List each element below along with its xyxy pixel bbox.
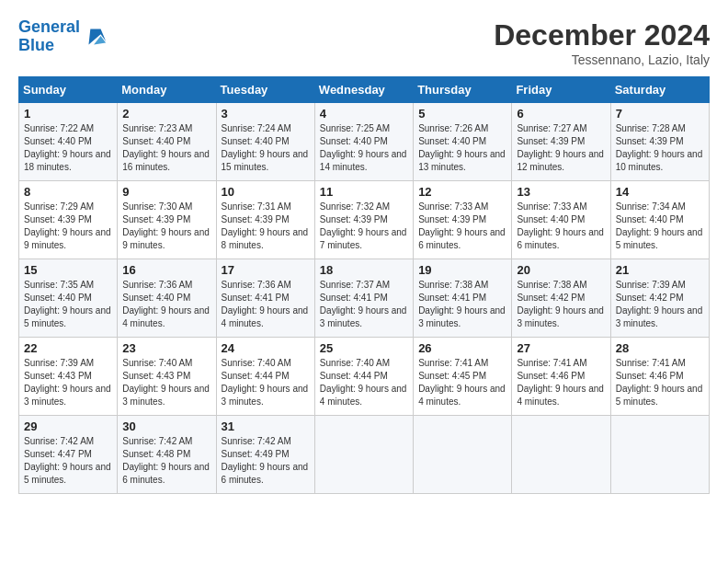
- sunrise-label: Sunrise: 7:40 AM: [222, 358, 291, 368]
- daylight-label: Daylight: 9 hours and 6 minutes.: [222, 462, 309, 485]
- day-info: Sunrise: 7:40 AM Sunset: 4:44 PM Dayligh…: [320, 357, 408, 408]
- sunrise-label: Sunrise: 7:33 AM: [517, 201, 586, 212]
- logo-line1: General: [18, 17, 80, 36]
- sunrise-label: Sunrise: 7:40 AM: [320, 358, 390, 368]
- day-info: Sunrise: 7:42 AM Sunset: 4:47 PM Dayligh…: [24, 435, 112, 487]
- day-info: Sunrise: 7:39 AM Sunset: 4:43 PM Dayligh…: [24, 357, 112, 408]
- daylight-label: Daylight: 9 hours and 4 minutes.: [517, 384, 604, 407]
- calendar-cell: 25 Sunrise: 7:40 AM Sunset: 4:44 PM Dayl…: [314, 338, 413, 416]
- sunset-label: Sunset: 4:40 PM: [320, 136, 388, 146]
- daylight-label: Daylight: 9 hours and 3 minutes.: [320, 305, 407, 328]
- daylight-label: Daylight: 9 hours and 3 minutes.: [24, 384, 111, 407]
- day-number: 26: [418, 341, 506, 355]
- sunset-label: Sunset: 4:40 PM: [122, 136, 190, 146]
- daylight-label: Daylight: 9 hours and 4 minutes.: [320, 384, 407, 407]
- day-number: 21: [616, 263, 704, 277]
- weekday-header-monday: Monday: [118, 77, 216, 103]
- month-title: December 2024: [494, 18, 710, 52]
- day-number: 30: [122, 419, 210, 433]
- sunset-label: Sunset: 4:40 PM: [517, 214, 585, 224]
- day-info: Sunrise: 7:41 AM Sunset: 4:46 PM Dayligh…: [517, 357, 605, 408]
- day-number: 10: [222, 185, 310, 199]
- day-number: 8: [24, 185, 112, 199]
- calendar-week-row: 29 Sunrise: 7:42 AM Sunset: 4:47 PM Dayl…: [19, 416, 710, 494]
- sunset-label: Sunset: 4:40 PM: [222, 136, 290, 146]
- day-number: 17: [222, 263, 310, 277]
- sunrise-label: Sunrise: 7:27 AM: [517, 123, 586, 133]
- calendar-cell: 5 Sunrise: 7:26 AM Sunset: 4:40 PM Dayli…: [414, 103, 512, 181]
- daylight-label: Daylight: 9 hours and 3 minutes.: [616, 305, 703, 328]
- day-info: Sunrise: 7:38 AM Sunset: 4:41 PM Dayligh…: [418, 279, 506, 330]
- day-info: Sunrise: 7:37 AM Sunset: 4:41 PM Dayligh…: [320, 279, 408, 330]
- calendar-cell: 30 Sunrise: 7:42 AM Sunset: 4:48 PM Dayl…: [118, 416, 216, 494]
- calendar-cell: 31 Sunrise: 7:42 AM Sunset: 4:49 PM Dayl…: [216, 416, 314, 494]
- location: Tessennano, Lazio, Italy: [494, 52, 710, 67]
- calendar-cell: 24 Sunrise: 7:40 AM Sunset: 4:44 PM Dayl…: [216, 338, 314, 416]
- sunrise-label: Sunrise: 7:42 AM: [122, 436, 192, 446]
- sunrise-label: Sunrise: 7:23 AM: [122, 123, 192, 133]
- day-info: Sunrise: 7:28 AM Sunset: 4:39 PM Dayligh…: [616, 122, 704, 174]
- day-number: 29: [24, 419, 112, 433]
- day-number: 2: [122, 107, 210, 121]
- sunset-label: Sunset: 4:40 PM: [616, 214, 684, 224]
- day-info: Sunrise: 7:40 AM Sunset: 4:43 PM Dayligh…: [122, 357, 210, 408]
- daylight-label: Daylight: 9 hours and 9 minutes.: [122, 227, 210, 250]
- sunset-label: Sunset: 4:39 PM: [222, 214, 290, 224]
- sunrise-label: Sunrise: 7:39 AM: [616, 280, 686, 290]
- sunrise-label: Sunrise: 7:38 AM: [517, 280, 586, 290]
- daylight-label: Daylight: 9 hours and 5 minutes.: [24, 305, 111, 328]
- day-number: 3: [222, 107, 310, 121]
- sunrise-label: Sunrise: 7:41 AM: [517, 358, 586, 368]
- daylight-label: Daylight: 9 hours and 14 minutes.: [320, 149, 407, 172]
- sunset-label: Sunset: 4:46 PM: [616, 371, 684, 381]
- calendar-cell: 3 Sunrise: 7:24 AM Sunset: 4:40 PM Dayli…: [216, 103, 314, 181]
- sunset-label: Sunset: 4:44 PM: [320, 371, 388, 381]
- day-info: Sunrise: 7:34 AM Sunset: 4:40 PM Dayligh…: [616, 201, 704, 252]
- sunset-label: Sunset: 4:39 PM: [616, 136, 684, 146]
- calendar-week-row: 22 Sunrise: 7:39 AM Sunset: 4:43 PM Dayl…: [19, 338, 710, 416]
- calendar-cell: 19 Sunrise: 7:38 AM Sunset: 4:41 PM Dayl…: [414, 259, 512, 338]
- day-info: Sunrise: 7:33 AM Sunset: 4:39 PM Dayligh…: [418, 201, 506, 252]
- sunrise-label: Sunrise: 7:25 AM: [320, 123, 390, 133]
- day-number: 20: [517, 263, 605, 277]
- sunrise-label: Sunrise: 7:42 AM: [24, 436, 94, 446]
- day-number: 9: [122, 185, 210, 199]
- sunset-label: Sunset: 4:39 PM: [418, 214, 486, 224]
- daylight-label: Daylight: 9 hours and 7 minutes.: [320, 227, 407, 250]
- sunrise-label: Sunrise: 7:30 AM: [122, 201, 192, 212]
- day-number: 14: [616, 185, 704, 199]
- daylight-label: Daylight: 9 hours and 15 minutes.: [222, 149, 309, 172]
- day-info: Sunrise: 7:40 AM Sunset: 4:44 PM Dayligh…: [222, 357, 310, 408]
- day-number: 11: [320, 185, 408, 199]
- day-info: Sunrise: 7:30 AM Sunset: 4:39 PM Dayligh…: [122, 201, 210, 252]
- daylight-label: Daylight: 9 hours and 13 minutes.: [418, 149, 506, 172]
- day-number: 5: [418, 107, 506, 121]
- sunset-label: Sunset: 4:41 PM: [222, 293, 290, 303]
- day-info: Sunrise: 7:42 AM Sunset: 4:48 PM Dayligh…: [122, 435, 210, 487]
- sunrise-label: Sunrise: 7:41 AM: [418, 358, 488, 368]
- calendar-cell: 29 Sunrise: 7:42 AM Sunset: 4:47 PM Dayl…: [19, 416, 118, 494]
- daylight-label: Daylight: 9 hours and 3 minutes.: [222, 384, 309, 407]
- day-number: 7: [616, 107, 704, 121]
- day-info: Sunrise: 7:31 AM Sunset: 4:39 PM Dayligh…: [222, 201, 310, 252]
- day-info: Sunrise: 7:41 AM Sunset: 4:46 PM Dayligh…: [616, 357, 704, 408]
- sunrise-label: Sunrise: 7:39 AM: [24, 358, 94, 368]
- daylight-label: Daylight: 9 hours and 3 minutes.: [517, 305, 604, 328]
- calendar-cell: 1 Sunrise: 7:22 AM Sunset: 4:40 PM Dayli…: [19, 103, 118, 181]
- daylight-label: Daylight: 9 hours and 5 minutes.: [24, 462, 111, 485]
- sunset-label: Sunset: 4:48 PM: [122, 449, 190, 459]
- day-info: Sunrise: 7:26 AM Sunset: 4:40 PM Dayligh…: [418, 122, 506, 174]
- day-info: Sunrise: 7:35 AM Sunset: 4:40 PM Dayligh…: [24, 279, 112, 330]
- calendar-cell: 16 Sunrise: 7:36 AM Sunset: 4:40 PM Dayl…: [118, 259, 216, 338]
- daylight-label: Daylight: 9 hours and 6 minutes.: [517, 227, 604, 250]
- calendar-cell: [512, 416, 610, 494]
- calendar-cell: 12 Sunrise: 7:33 AM Sunset: 4:39 PM Dayl…: [414, 181, 512, 259]
- weekday-header-wednesday: Wednesday: [314, 77, 413, 103]
- daylight-label: Daylight: 9 hours and 4 minutes.: [418, 384, 506, 407]
- sunset-label: Sunset: 4:40 PM: [122, 293, 190, 303]
- day-number: 24: [222, 341, 310, 355]
- sunrise-label: Sunrise: 7:31 AM: [222, 201, 291, 212]
- day-info: Sunrise: 7:27 AM Sunset: 4:39 PM Dayligh…: [517, 122, 605, 174]
- sunset-label: Sunset: 4:43 PM: [24, 371, 92, 381]
- day-info: Sunrise: 7:33 AM Sunset: 4:40 PM Dayligh…: [517, 201, 605, 252]
